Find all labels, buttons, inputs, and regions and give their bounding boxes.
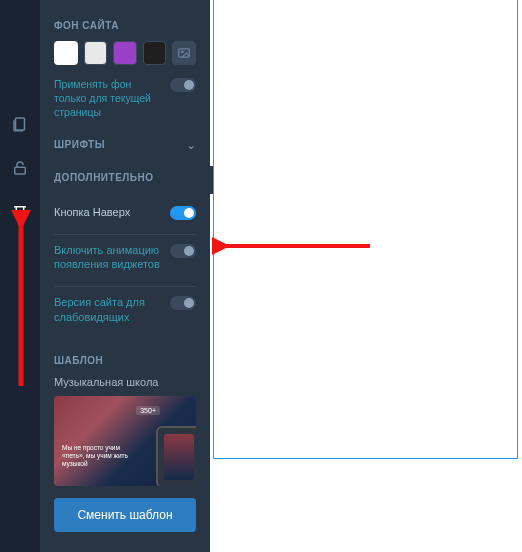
apply-bg-label: Применять фон только для текущей страниц… <box>54 77 162 120</box>
section-background-title: ФОН САЙТА <box>54 20 196 31</box>
swatch-light[interactable] <box>84 41 108 65</box>
pages-icon[interactable] <box>10 114 30 134</box>
section-additional-title: ДОПОЛНИТЕЛЬНО <box>54 172 196 183</box>
page-canvas[interactable] <box>213 0 518 459</box>
template-thumbnail[interactable]: 350+ Мы не просто учим «петь», мы учим ж… <box>54 396 196 486</box>
design-icon[interactable] <box>10 202 30 222</box>
thumb-badge: 350+ <box>136 406 160 415</box>
accessibility-toggle[interactable] <box>170 296 196 310</box>
swatch-purple[interactable] <box>113 41 137 65</box>
section-template-title: ШАБЛОН <box>54 355 196 366</box>
change-template-button[interactable]: Сменить шаблон <box>54 498 196 532</box>
icon-rail <box>0 0 40 552</box>
background-swatches <box>54 41 196 65</box>
section-fonts-title: ШРИФТЫ <box>54 139 105 150</box>
template-name: Музыкальная школа <box>54 376 196 388</box>
svg-rect-1 <box>15 167 26 174</box>
svg-rect-0 <box>16 118 25 130</box>
back-to-top-toggle[interactable] <box>170 206 196 220</box>
chevron-down-icon: ⌄ <box>186 138 196 152</box>
apply-bg-toggle[interactable] <box>170 78 196 92</box>
thumb-caption: Мы не просто учим «петь», мы учим жить м… <box>62 444 132 468</box>
swatch-dark[interactable] <box>143 41 167 65</box>
accessibility-label: Версия сайта для слабовидящих <box>54 295 162 325</box>
svg-point-3 <box>182 51 184 53</box>
section-fonts[interactable]: ШРИФТЫ ⌄ <box>54 138 196 152</box>
back-to-top-label: Кнопка Наверх <box>54 205 162 220</box>
settings-panel: ФОН САЙТА Применять фон только для текущ… <box>40 0 210 552</box>
widget-anim-toggle[interactable] <box>170 244 196 258</box>
swatch-image[interactable] <box>172 41 196 65</box>
swatch-white[interactable] <box>54 41 78 65</box>
widget-anim-label: Включить анимацию появления виджетов <box>54 243 162 273</box>
lock-icon[interactable] <box>10 158 30 178</box>
thumb-phone-preview <box>156 426 196 486</box>
